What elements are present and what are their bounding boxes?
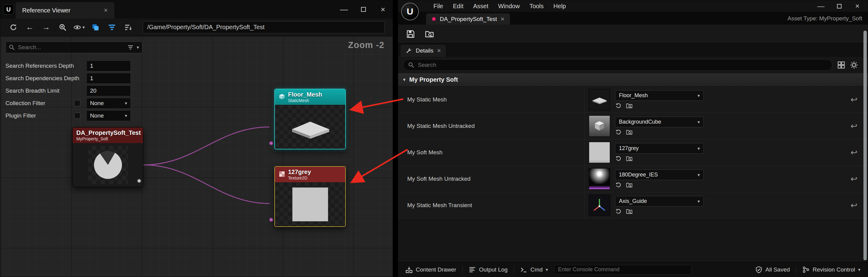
asset-picker-dropdown[interactable]: 180Degree_IES ▾: [615, 170, 704, 180]
reset-to-default-button[interactable]: ↩: [850, 95, 857, 104]
browse-to-asset-icon[interactable]: [626, 155, 632, 162]
chevron-down-icon: ▾: [403, 76, 406, 83]
menu-window[interactable]: Window: [493, 0, 525, 12]
unreal-logo-icon[interactable]: U: [401, 3, 419, 20]
filters-toggle[interactable]: [105, 21, 119, 34]
graph-search-box[interactable]: ▾: [5, 42, 142, 53]
gear-icon[interactable]: [850, 61, 858, 69]
graph-search-input[interactable]: [18, 44, 124, 51]
node-title: Floor_Mesh: [288, 91, 322, 98]
details-search-box[interactable]: [403, 59, 832, 71]
property-label: My Soft Mesh: [398, 149, 584, 156]
close-icon[interactable]: ×: [437, 47, 441, 54]
breadth-limit-input[interactable]: [87, 86, 130, 96]
menu-tools[interactable]: Tools: [525, 0, 549, 12]
asset-tab[interactable]: DA_PropertySoft_Test ×: [426, 13, 510, 25]
save-button[interactable]: [404, 27, 417, 41]
display-options-grid-icon[interactable]: [837, 61, 845, 69]
details-scrollbar[interactable]: [863, 31, 867, 260]
maximize-button[interactable]: [354, 0, 373, 19]
graph-node-texture[interactable]: 127grey Texture2D: [274, 166, 346, 227]
input-pin[interactable]: [269, 218, 273, 222]
minimize-button[interactable]: —: [812, 0, 830, 12]
reset-to-default-button[interactable]: ↩: [850, 201, 857, 210]
menu-asset[interactable]: Asset: [468, 0, 493, 12]
filter-icon: [108, 23, 116, 31]
graph-node-floor-mesh[interactable]: Floor_Mesh StaticMesh: [274, 89, 346, 149]
sort-options-button[interactable]: [121, 21, 135, 34]
asset-thumbnail[interactable]: [589, 168, 610, 189]
asset-picker-dropdown[interactable]: Axis_Guide ▾: [615, 196, 704, 207]
asset-picker-value: 127grey: [619, 145, 639, 151]
plugin-filter-checkbox[interactable]: [74, 113, 80, 119]
menu-edit[interactable]: Edit: [448, 0, 468, 12]
dependencies-depth-input[interactable]: [87, 73, 130, 83]
browse-to-asset-icon[interactable]: [626, 129, 632, 135]
save-status-indicator[interactable]: All Saved: [753, 263, 792, 277]
console-command-input[interactable]: [558, 266, 688, 273]
menu-file[interactable]: File: [429, 0, 448, 12]
back-button[interactable]: ←: [23, 21, 37, 34]
cmd-dropdown[interactable]: Cmd ▾: [518, 263, 551, 277]
duplicate-filter-toggle[interactable]: [89, 21, 102, 34]
close-icon[interactable]: ×: [104, 7, 108, 14]
asset-picker-dropdown[interactable]: Floor_Mesh ▾: [615, 90, 704, 101]
use-selected-asset-icon[interactable]: [615, 208, 622, 215]
reference-viewer-tab[interactable]: Reference Viewer ×: [16, 2, 114, 19]
plugin-filter-dropdown[interactable]: None ▾: [87, 111, 130, 120]
output-pin[interactable]: [137, 179, 141, 183]
property-row-my-soft-mesh-untracked: My Soft Mesh Untracked 180Degree_IES ▾ ↩: [398, 166, 868, 192]
maximize-button[interactable]: [830, 0, 848, 12]
reset-to-default-button[interactable]: ↩: [850, 174, 857, 184]
asset-thumbnail[interactable]: [589, 195, 610, 216]
input-pin[interactable]: [269, 141, 273, 145]
reset-to-default-button[interactable]: ↩: [850, 121, 857, 131]
reset-to-default-button[interactable]: ↩: [850, 148, 857, 157]
close-button[interactable]: ×: [373, 0, 393, 19]
details-wrench-icon: [405, 47, 412, 54]
minimize-button[interactable]: —: [334, 0, 354, 19]
refresh-button[interactable]: [6, 21, 20, 34]
console-command-box[interactable]: [554, 265, 691, 275]
forward-button[interactable]: →: [39, 21, 53, 34]
asset-path-field[interactable]: /Game/Property/Soft/DA_PropertySoft_Test: [143, 21, 385, 33]
close-button[interactable]: ×: [848, 0, 866, 12]
browse-to-asset-button[interactable]: [423, 27, 436, 41]
browse-folder-icon: [425, 30, 434, 39]
output-log-button[interactable]: Output Log: [466, 263, 510, 277]
node-subtitle: StaticMesh: [288, 98, 322, 103]
referencers-depth-input[interactable]: [87, 61, 130, 71]
chevron-down-icon[interactable]: ▾: [136, 45, 139, 50]
use-selected-asset-icon[interactable]: [615, 129, 622, 135]
details-tab[interactable]: Details ×: [401, 45, 446, 57]
use-selected-asset-icon[interactable]: [615, 155, 622, 162]
graph-node-source[interactable]: DA_PropertySoft_Test MyProperty_Soft: [72, 127, 143, 187]
asset-thumbnail[interactable]: [589, 142, 610, 163]
close-icon[interactable]: ×: [501, 16, 504, 23]
details-search-input[interactable]: [418, 62, 827, 68]
asset-thumbnail[interactable]: [589, 89, 610, 110]
setting-row: Search Referencers Depth: [5, 60, 148, 72]
search-node-icon: [59, 23, 67, 31]
find-in-graph-button[interactable]: [56, 21, 70, 34]
asset-picker-dropdown[interactable]: 127grey ▾: [615, 143, 704, 154]
browse-to-asset-icon[interactable]: [626, 208, 632, 215]
asset-picker-dropdown[interactable]: BackgroundCube ▾: [615, 117, 704, 127]
revision-control-dropdown[interactable]: Revision Control ▾: [800, 263, 863, 277]
collection-filter-checkbox[interactable]: [74, 100, 80, 106]
visibility-dropdown[interactable]: ▾: [72, 21, 86, 34]
category-header-my-property-soft[interactable]: ▾ My Property Soft: [398, 73, 868, 86]
browse-to-asset-icon[interactable]: [626, 102, 632, 109]
use-selected-asset-icon[interactable]: [615, 102, 622, 109]
chevron-down-icon: ▾: [698, 199, 700, 204]
node-subtitle: MyProperty_Soft: [76, 136, 141, 141]
reference-graph-canvas[interactable]: Zoom -2 ▾ Search Referencers Depth Searc…: [1, 36, 392, 276]
browse-to-asset-icon[interactable]: [626, 182, 632, 188]
asset-thumbnail[interactable]: [589, 115, 610, 137]
use-selected-asset-icon[interactable]: [615, 182, 622, 188]
content-drawer-button[interactable]: Content Drawer: [403, 263, 459, 277]
menu-help[interactable]: Help: [549, 0, 571, 12]
collection-filter-dropdown[interactable]: None ▾: [87, 98, 130, 108]
data-asset-thumbnail: [94, 151, 122, 179]
output-log-label: Output Log: [479, 266, 507, 273]
